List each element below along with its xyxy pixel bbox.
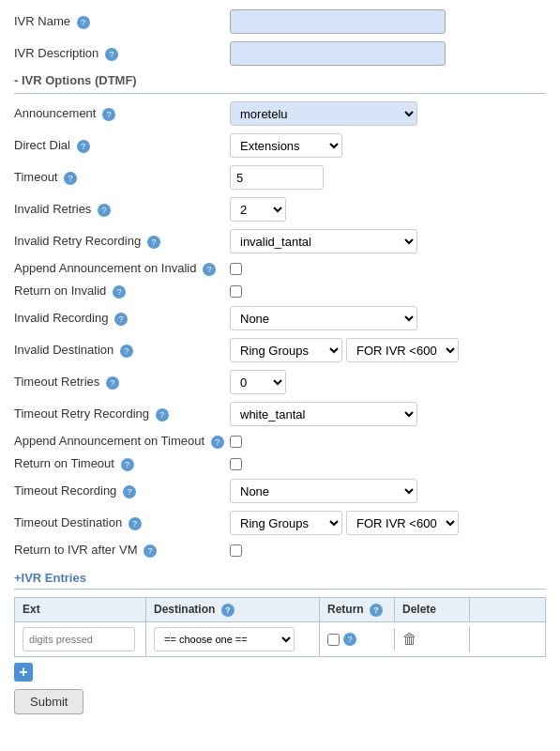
ivr-entries-divider: [14, 589, 546, 590]
return-ivr-vm-row: Return to IVR after VM ?: [14, 543, 546, 558]
return-invalid-help-icon[interactable]: ?: [113, 285, 126, 299]
append-invalid-checkbox[interactable]: [230, 263, 242, 275]
return-col-help-icon[interactable]: ?: [370, 604, 383, 617]
destination-col-help-icon[interactable]: ?: [221, 604, 235, 617]
col-destination: Destination ?: [146, 598, 320, 621]
ivr-options-header: - IVR Options (DTMF): [14, 73, 546, 87]
invalid-retries-row: Invalid Retries ? 2 01345: [14, 197, 546, 222]
col-ext: Ext: [15, 598, 146, 621]
append-timeout-help-icon[interactable]: ?: [211, 436, 224, 449]
ivr-entries-section: +IVR Entries Ext Destination ? Return ? …: [14, 571, 546, 714]
return-invalid-checkbox[interactable]: [230, 285, 242, 298]
dest-cell: == choose one ==: [146, 622, 320, 656]
return-row-help-icon[interactable]: ?: [343, 633, 356, 646]
timeout-retry-recording-label: Timeout Retry Recording ?: [14, 406, 230, 421]
submit-button[interactable]: Submit: [14, 689, 83, 714]
timeout-retries-label: Timeout Retries ?: [14, 375, 230, 390]
return-ivr-vm-label: Return to IVR after VM ?: [14, 543, 230, 558]
announcement-select[interactable]: moretelu: [230, 101, 417, 126]
append-invalid-label: Append Announcement on Invalid ?: [14, 261, 230, 276]
add-row-button[interactable]: +: [14, 663, 33, 682]
form-container: IVR Name ? IVR Description ? - IVR Optio…: [0, 0, 560, 724]
invalid-destination-select1[interactable]: Ring Groups: [230, 338, 342, 362]
timeout-row: Timeout ?: [14, 165, 546, 190]
invalid-retry-recording-select[interactable]: invalid_tantal: [230, 229, 417, 253]
invalid-destination-help-icon[interactable]: ?: [120, 345, 133, 358]
table-row: == choose one == ? 🗑: [14, 621, 546, 657]
invalid-destination-controls: Ring Groups FOR IVR <600>: [230, 338, 459, 362]
timeout-help-icon[interactable]: ?: [64, 172, 77, 185]
append-invalid-row: Append Announcement on Invalid ?: [14, 261, 546, 276]
timeout-destination-row: Timeout Destination ? Ring Groups FOR IV…: [14, 511, 546, 535]
invalid-recording-select[interactable]: None: [230, 306, 417, 330]
invalid-destination-row: Invalid Destination ? Ring Groups FOR IV…: [14, 338, 546, 362]
ivr-name-input[interactable]: [230, 9, 446, 34]
ivr-description-row: IVR Description ?: [14, 41, 546, 66]
timeout-label: Timeout ?: [14, 170, 230, 185]
return-invalid-label: Return on Invalid ?: [14, 284, 230, 299]
delete-cell: 🗑: [395, 626, 470, 652]
table-header: Ext Destination ? Return ? Delete: [14, 597, 546, 621]
direct-dial-label: Direct Dial ?: [14, 138, 230, 153]
invalid-recording-label: Invalid Recording ?: [14, 311, 230, 326]
return-timeout-checkbox[interactable]: [230, 458, 242, 470]
return-timeout-row: Return on Timeout ?: [14, 456, 546, 471]
direct-dial-row: Direct Dial ? Extensions: [14, 133, 546, 158]
return-ivr-vm-help-icon[interactable]: ?: [144, 544, 157, 558]
return-cell: ?: [320, 628, 395, 651]
timeout-retries-row: Timeout Retries ? 0 12345: [14, 370, 546, 394]
timeout-destination-select1[interactable]: Ring Groups: [230, 511, 342, 535]
announcement-help-icon[interactable]: ?: [102, 108, 115, 121]
append-invalid-help-icon[interactable]: ?: [203, 263, 216, 276]
ivr-description-help-icon[interactable]: ?: [105, 48, 118, 61]
invalid-retry-recording-help-icon[interactable]: ?: [147, 236, 160, 249]
timeout-destination-help-icon[interactable]: ?: [129, 517, 142, 530]
return-timeout-label: Return on Timeout ?: [14, 456, 230, 471]
delete-icon[interactable]: 🗑: [402, 631, 417, 648]
invalid-retry-recording-label: Invalid Retry Recording ?: [14, 234, 230, 249]
ivr-description-label: IVR Description ?: [14, 46, 230, 61]
col-delete: Delete: [395, 598, 470, 621]
invalid-retries-label: Invalid Retries ?: [14, 202, 230, 217]
timeout-retry-recording-help-icon[interactable]: ?: [156, 408, 169, 421]
announcement-label: Announcement ?: [14, 106, 230, 121]
return-timeout-help-icon[interactable]: ?: [121, 458, 134, 471]
ivr-name-label: IVR Name ?: [14, 14, 230, 29]
direct-dial-help-icon[interactable]: ?: [77, 140, 90, 153]
return-invalid-row: Return on Invalid ?: [14, 284, 546, 299]
append-timeout-checkbox[interactable]: [230, 436, 242, 448]
direct-dial-select[interactable]: Extensions: [230, 133, 342, 158]
timeout-retry-recording-select[interactable]: white_tantal: [230, 402, 417, 426]
options-divider: [14, 93, 546, 94]
timeout-recording-help-icon[interactable]: ?: [123, 485, 136, 498]
timeout-recording-label: Timeout Recording ?: [14, 483, 230, 498]
ext-input[interactable]: [23, 627, 135, 651]
return-ivr-vm-checkbox[interactable]: [230, 544, 242, 557]
invalid-retry-recording-row: Invalid Retry Recording ? invalid_tantal: [14, 229, 546, 253]
ivr-description-input[interactable]: [230, 41, 446, 66]
timeout-input[interactable]: [230, 165, 324, 190]
timeout-retries-help-icon[interactable]: ?: [106, 376, 119, 390]
return-checkbox[interactable]: [327, 634, 340, 646]
destination-select[interactable]: == choose one ==: [154, 627, 295, 651]
timeout-recording-select[interactable]: None: [230, 479, 417, 503]
col-return: Return ?: [320, 598, 395, 621]
ext-cell: [15, 622, 146, 656]
ivr-name-row: IVR Name ?: [14, 9, 546, 34]
timeout-retry-recording-row: Timeout Retry Recording ? white_tantal: [14, 402, 546, 426]
timeout-recording-row: Timeout Recording ? None: [14, 479, 546, 503]
invalid-destination-label: Invalid Destination ?: [14, 343, 230, 358]
invalid-recording-help-icon[interactable]: ?: [114, 313, 128, 326]
ivr-name-help-icon[interactable]: ?: [77, 16, 90, 29]
append-timeout-label: Append Announcement on Timeout ?: [14, 434, 230, 449]
timeout-destination-select2[interactable]: FOR IVR <600>: [346, 511, 459, 535]
invalid-retries-select[interactable]: 2 01345: [230, 197, 286, 222]
timeout-destination-controls: Ring Groups FOR IVR <600>: [230, 511, 459, 535]
timeout-destination-label: Timeout Destination ?: [14, 515, 230, 530]
invalid-retries-help-icon[interactable]: ?: [98, 204, 111, 217]
append-timeout-row: Append Announcement on Timeout ?: [14, 434, 546, 449]
invalid-destination-select2[interactable]: FOR IVR <600>: [346, 338, 459, 362]
announcement-row: Announcement ? moretelu: [14, 101, 546, 126]
timeout-retries-select[interactable]: 0 12345: [230, 370, 286, 394]
ivr-entries-header[interactable]: +IVR Entries: [14, 571, 546, 585]
